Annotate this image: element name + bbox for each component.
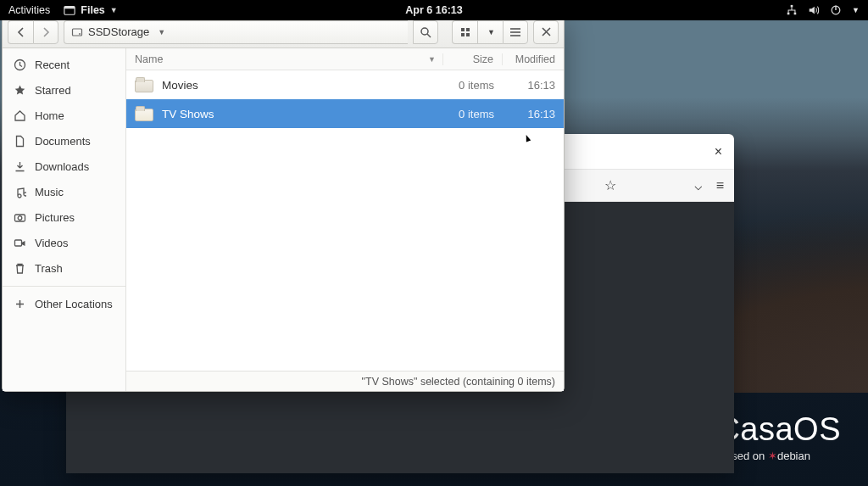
file-name: Movies <box>162 79 198 92</box>
doc-icon <box>13 134 26 148</box>
back-button[interactable] <box>8 20 33 44</box>
home-icon <box>13 109 26 122</box>
forward-button[interactable] <box>33 20 58 44</box>
chevron-down-icon: ▼ <box>487 28 495 36</box>
file-size: 0 items <box>443 108 503 120</box>
column-headers[interactable]: Name▼ Size Modified <box>126 48 564 70</box>
app-menu[interactable]: Files ▼ <box>64 4 117 16</box>
sidebar-item-videos[interactable]: Videos <box>3 230 125 255</box>
close-icon <box>542 27 551 36</box>
sidebar-item-label: Documents <box>35 135 91 148</box>
sidebar-item-pictures[interactable]: Pictures <box>3 204 125 230</box>
sidebar-item-trash[interactable]: Trash <box>3 255 125 281</box>
clock[interactable]: Apr 6 16:13 <box>405 4 462 16</box>
download-icon <box>13 159 26 173</box>
hamburger-menu-button[interactable] <box>503 20 528 44</box>
svg-rect-21 <box>14 240 21 246</box>
svg-rect-11 <box>461 28 465 31</box>
sidebar-item-label: Recent <box>35 59 70 71</box>
files-main: Name▼ Size Modified Movies0 items16:13TV… <box>126 48 564 391</box>
music-icon <box>13 185 26 198</box>
sidebar-item-label: Home <box>35 109 64 122</box>
activities-button[interactable]: Activities <box>8 4 50 16</box>
sidebar-item-downloads[interactable]: Downloads <box>3 154 125 179</box>
sidebar-item-home[interactable]: Home <box>3 103 125 128</box>
svg-line-10 <box>427 34 431 37</box>
svg-rect-1 <box>64 7 75 9</box>
file-modified: 16:13 <box>503 108 564 120</box>
sidebar-item-label: Pictures <box>35 211 75 224</box>
star-icon <box>13 83 26 97</box>
sidebar-item-label: Music <box>35 186 64 198</box>
file-modified: 16:13 <box>503 79 564 92</box>
chevron-down-icon: ▼ <box>110 6 118 14</box>
sort-desc-icon: ▼ <box>428 55 436 64</box>
files-window: SSDStorage ▼ ▼ RecentStarredHomeDoc <box>2 15 565 392</box>
clock-icon <box>13 58 26 71</box>
network-icon[interactable] <box>786 4 798 16</box>
file-size: 0 items <box>443 79 503 92</box>
hamburger-icon <box>509 27 521 37</box>
file-row[interactable]: Movies0 items16:13 <box>126 70 564 99</box>
files-sidebar: RecentStarredHomeDocumentsDownloadsMusic… <box>3 48 126 391</box>
close-window-button[interactable] <box>533 20 559 44</box>
chevron-down-icon: ▼ <box>158 28 165 36</box>
video-icon <box>13 236 26 249</box>
pocket-icon[interactable]: ⌵ <box>694 179 703 193</box>
location-label: SSDStorage <box>88 25 149 38</box>
sidebar-item-music[interactable]: Music <box>3 179 125 204</box>
svg-rect-14 <box>466 33 470 36</box>
sidebar-item-other-locations[interactable]: Other Locations <box>3 286 125 316</box>
close-icon[interactable]: × <box>715 145 722 159</box>
sidebar-item-label: Videos <box>35 237 69 249</box>
file-list[interactable]: Movies0 items16:13TV Shows0 items16:13 <box>126 70 564 371</box>
svg-rect-3 <box>787 13 790 15</box>
files-app-icon <box>64 4 75 16</box>
file-row[interactable]: TV Shows0 items16:13 <box>126 99 564 128</box>
svg-rect-12 <box>466 28 470 31</box>
files-toolbar: SSDStorage ▼ ▼ <box>3 16 564 48</box>
chevron-right-icon <box>41 27 51 37</box>
chevron-left-icon <box>16 27 26 37</box>
svg-rect-4 <box>794 13 797 15</box>
sidebar-item-starred[interactable]: Starred <box>3 77 125 103</box>
sidebar-item-label: Starred <box>35 84 71 97</box>
column-modified[interactable]: Modified <box>503 53 564 65</box>
camera-icon <box>13 210 26 224</box>
location-bar[interactable]: SSDStorage ▼ <box>64 20 408 44</box>
view-options-button[interactable]: ▼ <box>477 20 503 44</box>
svg-point-8 <box>79 33 81 35</box>
volume-icon[interactable] <box>808 4 820 16</box>
star-icon[interactable]: ☆ <box>604 179 616 193</box>
power-icon[interactable] <box>830 4 842 16</box>
search-icon <box>420 26 431 38</box>
folder-icon <box>135 106 153 121</box>
hamburger-menu-icon[interactable]: ≡ <box>716 179 724 193</box>
svg-rect-13 <box>461 33 465 36</box>
search-button[interactable] <box>413 20 438 44</box>
drive-icon <box>71 26 83 38</box>
status-bar: "TV Shows" selected (containing 0 items) <box>126 371 564 391</box>
sidebar-item-documents[interactable]: Documents <box>3 128 125 154</box>
folder-icon <box>135 77 153 92</box>
file-name: TV Shows <box>162 108 214 120</box>
svg-rect-7 <box>73 29 82 36</box>
sidebar-item-label: Downloads <box>35 160 89 173</box>
sidebar-item-label: Trash <box>35 262 63 275</box>
plus-icon <box>13 298 26 311</box>
grid-icon <box>460 27 470 37</box>
svg-point-20 <box>18 215 22 220</box>
trash-icon <box>13 261 26 275</box>
svg-rect-2 <box>791 5 793 8</box>
sidebar-item-label: Other Locations <box>35 298 113 310</box>
svg-point-9 <box>421 28 428 35</box>
gnome-topbar: Activities Files ▼ Apr 6 16:13 ▼ <box>0 0 868 20</box>
sidebar-item-recent[interactable]: Recent <box>3 52 125 77</box>
chevron-down-icon: ▼ <box>852 6 860 14</box>
column-size[interactable]: Size <box>443 53 503 65</box>
column-name[interactable]: Name <box>135 53 163 65</box>
view-grid-button[interactable] <box>452 20 477 44</box>
